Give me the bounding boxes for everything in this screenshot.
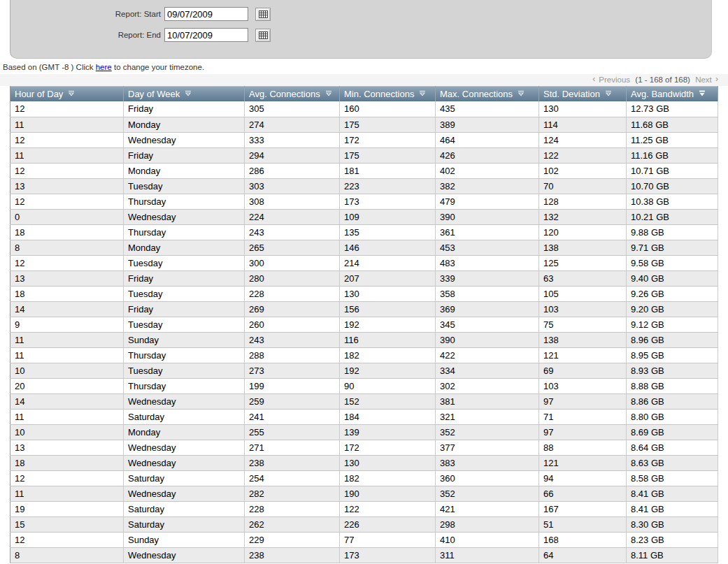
column-header-hour-of-day[interactable]: Hour of Day bbox=[10, 86, 124, 101]
table-cell: 8.93 GB bbox=[627, 363, 718, 378]
table-cell: 334 bbox=[436, 363, 539, 378]
next-arrow-icon: › bbox=[715, 74, 718, 84]
table-cell: 8.11 GB bbox=[627, 547, 718, 563]
table-row: 11Sunday2431163901388.96 GB bbox=[10, 332, 718, 347]
table-cell: 103 bbox=[539, 378, 627, 393]
table-cell: 18 bbox=[10, 455, 124, 470]
report-table-container: Hour of DayDay of WeekAvg. ConnectionsMi… bbox=[10, 86, 718, 563]
table-cell: 8.96 GB bbox=[627, 332, 718, 347]
table-cell: 243 bbox=[245, 332, 340, 347]
column-header-avg-bandwidth[interactable]: Avg. Bandwidth bbox=[627, 86, 718, 101]
table-cell: 453 bbox=[436, 240, 539, 255]
table-cell: 254 bbox=[245, 470, 340, 486]
column-label: Min. Connections bbox=[344, 89, 414, 99]
column-header-avg-connections[interactable]: Avg. Connections bbox=[245, 86, 340, 101]
table-cell: 303 bbox=[245, 178, 340, 194]
table-cell: 360 bbox=[436, 470, 539, 486]
table-cell: 13 bbox=[10, 178, 124, 194]
table-cell: Thursday bbox=[124, 347, 245, 363]
table-cell: Sunday bbox=[124, 532, 245, 547]
table-cell: 130 bbox=[340, 286, 436, 301]
report-table: Hour of DayDay of WeekAvg. ConnectionsMi… bbox=[10, 86, 718, 563]
timezone-suffix: to change your timezone. bbox=[112, 63, 204, 71]
table-cell: 122 bbox=[539, 147, 627, 163]
table-cell: Wednesday bbox=[124, 209, 245, 224]
table-cell: 12 bbox=[10, 470, 124, 486]
column-header-max-connections[interactable]: Max. Connections bbox=[436, 86, 539, 101]
report-end-input[interactable] bbox=[164, 28, 248, 42]
table-cell: 9.58 GB bbox=[627, 255, 718, 270]
table-cell: 8.23 GB bbox=[627, 532, 718, 547]
table-cell: 238 bbox=[245, 547, 340, 563]
table-row: 12Thursday30817347912810.38 GB bbox=[10, 194, 718, 209]
table-cell: 77 bbox=[340, 532, 436, 547]
table-cell: 63 bbox=[539, 270, 627, 286]
column-header-std-deviation[interactable]: Std. Deviation bbox=[539, 86, 627, 101]
table-cell: 10.21 GB bbox=[627, 209, 718, 224]
table-cell: Friday bbox=[124, 101, 245, 117]
timezone-prefix: Based on (GMT -8 ) Click bbox=[3, 63, 96, 71]
table-cell: 184 bbox=[340, 409, 436, 424]
table-cell: 10.38 GB bbox=[627, 194, 718, 209]
table-cell: Sunday bbox=[124, 332, 245, 347]
table-cell: 207 bbox=[340, 270, 436, 286]
column-label: Hour of Day bbox=[15, 89, 63, 99]
report-end-row: Report: End bbox=[10, 24, 711, 45]
table-cell: Wednesday bbox=[124, 440, 245, 455]
calendar-icon[interactable] bbox=[255, 8, 271, 21]
table-cell: 294 bbox=[245, 147, 340, 163]
table-cell: 302 bbox=[436, 378, 539, 393]
table-cell: 300 bbox=[245, 255, 340, 270]
table-cell: 345 bbox=[436, 317, 539, 332]
table-cell: Saturday bbox=[124, 516, 245, 532]
calendar-icon[interactable] bbox=[255, 29, 271, 42]
table-cell: 14 bbox=[10, 301, 124, 317]
column-header-min-connections[interactable]: Min. Connections bbox=[340, 86, 436, 101]
table-cell: 241 bbox=[245, 409, 340, 424]
table-cell: 260 bbox=[245, 317, 340, 332]
table-cell: 167 bbox=[539, 501, 627, 516]
table-cell: 172 bbox=[340, 132, 436, 147]
table-cell: 13 bbox=[10, 270, 124, 286]
report-start-input[interactable] bbox=[164, 7, 248, 21]
table-cell: 280 bbox=[245, 270, 340, 286]
sort-indicator-icon bbox=[184, 90, 192, 97]
table-cell: 9 bbox=[10, 317, 124, 332]
table-cell: 10 bbox=[10, 363, 124, 378]
table-cell: 8.86 GB bbox=[627, 393, 718, 409]
table-cell: 8.69 GB bbox=[627, 424, 718, 440]
table-cell: 390 bbox=[436, 332, 539, 347]
table-cell: 271 bbox=[245, 440, 340, 455]
timezone-change-link[interactable]: here bbox=[96, 63, 112, 71]
previous-arrow-icon: ‹ bbox=[592, 74, 595, 84]
next-button[interactable]: Next bbox=[694, 75, 713, 84]
table-cell: 8.64 GB bbox=[627, 440, 718, 455]
table-row: 20Thursday199903021038.88 GB bbox=[10, 378, 718, 393]
sort-indicator-icon bbox=[324, 90, 333, 97]
table-row: 13Friday280207339639.40 GB bbox=[10, 270, 718, 286]
table-cell: 11 bbox=[10, 347, 124, 363]
table-cell: 11 bbox=[10, 409, 124, 424]
table-row: 10Monday255139352978.69 GB bbox=[10, 424, 718, 440]
table-cell: 389 bbox=[436, 117, 539, 132]
table-cell: 182 bbox=[340, 470, 436, 486]
table-cell: 8.41 GB bbox=[627, 486, 718, 501]
table-cell: 226 bbox=[340, 516, 436, 532]
table-cell: 51 bbox=[539, 516, 627, 532]
column-header-day-of-week[interactable]: Day of Week bbox=[124, 86, 245, 101]
table-cell: 18 bbox=[10, 224, 124, 240]
table-row: 18Thursday2431353611209.88 GB bbox=[10, 224, 718, 240]
table-cell: 156 bbox=[340, 301, 436, 317]
table-cell: 8.88 GB bbox=[627, 378, 718, 393]
table-cell: 130 bbox=[340, 455, 436, 470]
table-cell: Wednesday bbox=[124, 455, 245, 470]
table-cell: 175 bbox=[340, 147, 436, 163]
table-cell: 8 bbox=[10, 240, 124, 255]
table-row: 18Wednesday2381303831218.63 GB bbox=[10, 455, 718, 470]
table-cell: 12 bbox=[10, 194, 124, 209]
table-row: 11Thursday2881824221218.95 GB bbox=[10, 347, 718, 363]
table-cell: Saturday bbox=[124, 409, 245, 424]
table-cell: 132 bbox=[539, 209, 627, 224]
previous-button[interactable]: Previous bbox=[597, 75, 631, 84]
table-cell: Saturday bbox=[124, 501, 245, 516]
